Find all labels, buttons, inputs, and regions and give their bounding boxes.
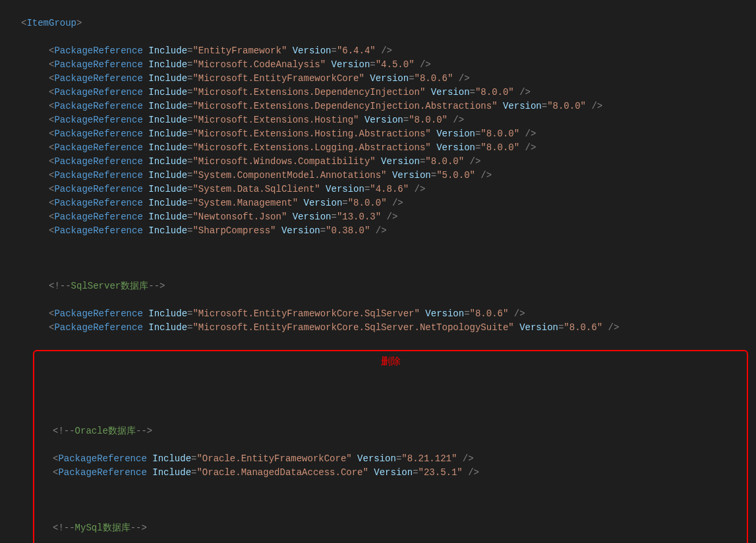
package-reference: <PackageReference Include="Microsoft.Ext… [5, 86, 751, 100]
itemgroup-open-tag: <ItemGroup> [5, 16, 751, 30]
package-reference: <PackageReference Include="Oracle.Entity… [9, 452, 744, 466]
package-reference: <PackageReference Include="Microsoft.Ext… [5, 141, 751, 155]
package-reference: <PackageReference Include="Microsoft.Cod… [5, 58, 751, 72]
delete-highlight-box: 删除 <!--Oracle数据库--> <PackageReference In… [33, 350, 748, 543]
package-reference: <PackageReference Include="System.Manage… [5, 196, 751, 210]
package-reference: <PackageReference Include="Microsoft.Ext… [5, 127, 751, 141]
package-reference: <PackageReference Include="Newtonsoft.Js… [5, 210, 751, 224]
package-reference: <PackageReference Include="Microsoft.Ext… [5, 100, 751, 113]
package-reference: <PackageReference Include="Microsoft.Win… [5, 155, 751, 169]
package-reference: <PackageReference Include="Microsoft.Ent… [5, 321, 751, 335]
delete-label: 删除 [381, 354, 401, 369]
package-reference: <PackageReference Include="Microsoft.Ext… [5, 113, 751, 127]
code-editor[interactable]: <ItemGroup> <PackageReference Include="E… [0, 3, 756, 543]
package-reference: <PackageReference Include="Oracle.Manage… [9, 466, 744, 480]
package-reference: <PackageReference Include="System.Data.S… [5, 183, 751, 196]
comment-mysql: <!--MySql数据库--> [9, 521, 744, 535]
package-reference: <PackageReference Include="EntityFramewo… [5, 44, 751, 58]
comment-sqlserver: <!--SqlServer数据库--> [5, 279, 751, 293]
package-reference: <PackageReference Include="System.Compon… [5, 169, 751, 183]
package-reference: <PackageReference Include="Microsoft.Ent… [5, 307, 751, 321]
package-reference: <PackageReference Include="Microsoft.Ent… [5, 72, 751, 86]
comment-oracle: <!--Oracle数据库--> [9, 424, 744, 438]
package-reference: <PackageReference Include="SharpCompress… [5, 224, 751, 238]
